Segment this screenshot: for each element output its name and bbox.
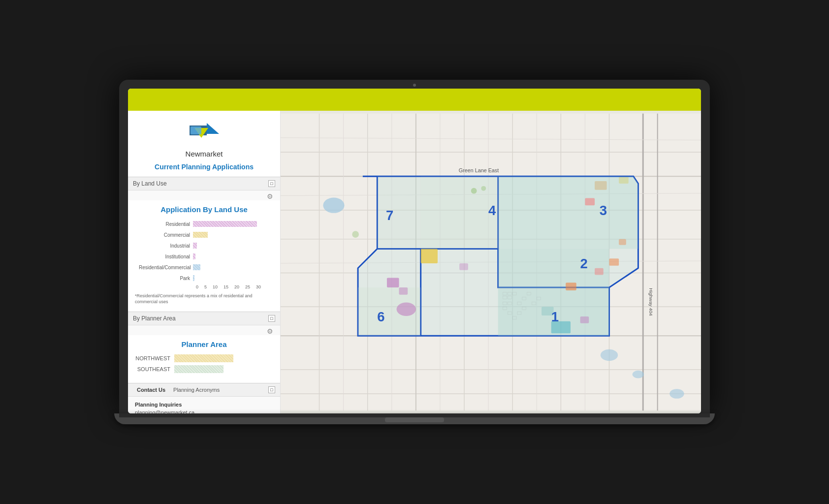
planner-header-title: By Planner Area <box>133 315 176 322</box>
left-panel: Newmarket Current Planning Applications … <box>128 111 281 413</box>
bottom-collapse-btn[interactable]: □ <box>268 386 275 393</box>
svg-point-34 <box>633 371 644 378</box>
app-title: Current Planning Applications <box>128 163 280 177</box>
svg-rect-46 <box>459 263 468 270</box>
chart-row-institutional: Institutional <box>139 252 269 261</box>
planner-bar-se <box>174 365 223 373</box>
chart-label-res-comm: Residential/Commercial <box>139 265 193 270</box>
tab-contact[interactable]: Contact Us <box>133 387 169 393</box>
svg-text:4: 4 <box>488 203 496 218</box>
bottom-tabs: Contact Us Planning Acronyms □ Planning … <box>128 383 280 413</box>
camera <box>413 84 416 87</box>
chart-bar-park <box>193 275 194 281</box>
svg-text:6: 6 <box>377 309 384 324</box>
svg-rect-38 <box>387 278 399 287</box>
trackpad <box>385 417 444 422</box>
tab-contact-content: Planning Inquiries planning@newmarket.ca <box>128 397 280 413</box>
chart-note: *Residential/Commercial represents a mix… <box>135 293 273 305</box>
planner-widget-body: Planner Area NORTHWEST SOUTHEAST <box>128 335 280 383</box>
chart-bar-industrial <box>193 243 197 249</box>
planner-label-nw: NORTHWEST <box>135 355 174 361</box>
contact-title: Planning Inquiries <box>135 402 273 408</box>
svg-point-61 <box>352 231 359 238</box>
chart-row-residential: Residential <box>139 220 269 228</box>
chart-row-commercial: Commercial <box>139 230 269 239</box>
svg-text:2: 2 <box>580 256 588 271</box>
chart-label-industrial: Industrial <box>139 243 193 249</box>
svg-rect-50 <box>595 268 604 275</box>
logo-section: Newmarket <box>128 111 280 163</box>
svg-rect-49 <box>585 198 595 205</box>
land-use-chart: Residential Commercial <box>135 220 273 289</box>
tab-buttons: Contact Us Planning Acronyms <box>133 387 223 393</box>
svg-text:Green Lane East: Green Lane East <box>459 167 499 173</box>
chart-bar-commercial <box>193 232 208 238</box>
planner-chart-title: Planner Area <box>135 340 273 348</box>
chart-label-residential: Residential <box>139 221 193 227</box>
chart-row-park: Park <box>139 274 269 283</box>
planner-settings-row: ⚙ <box>128 325 280 335</box>
planner-bar-nw <box>174 354 233 362</box>
planner-widget: By Planner Area □ ⚙ Planner Area NORTHWE… <box>128 312 280 383</box>
svg-marker-1 <box>207 123 219 134</box>
tab-header[interactable]: Contact Us Planning Acronyms □ <box>128 383 280 397</box>
app-body: Newmarket Current Planning Applications … <box>128 111 701 413</box>
svg-rect-3 <box>191 126 201 134</box>
svg-text:3: 3 <box>600 203 607 218</box>
planner-row-nw: NORTHWEST <box>135 354 273 362</box>
land-use-gear-icon[interactable]: ⚙ <box>267 192 273 200</box>
svg-rect-44 <box>619 239 626 245</box>
svg-text:7: 7 <box>386 208 393 223</box>
chart-axis: 0 5 10 15 20 25 30 <box>139 284 269 289</box>
chart-label-commercial: Commercial <box>139 232 193 238</box>
laptop-frame: Newmarket Current Planning Applications … <box>119 80 710 424</box>
svg-rect-45 <box>421 249 438 263</box>
chart-label-institutional: Institutional <box>139 254 193 259</box>
chart-bar-res-comm <box>193 264 200 270</box>
map-area[interactable]: 1 2 3 4 6 7 Green Lane East Highway 404 <box>281 111 701 413</box>
planner-row-se: SOUTHEAST <box>135 365 273 373</box>
newmarket-logo <box>185 121 224 148</box>
planner-widget-header[interactable]: By Planner Area □ <box>128 312 280 325</box>
planner-gear-icon[interactable]: ⚙ <box>267 327 273 335</box>
svg-point-32 <box>323 197 344 213</box>
laptop-hinge <box>119 413 710 417</box>
tab-acronyms[interactable]: Planning Acronyms <box>169 387 223 393</box>
chart-label-park: Park <box>139 276 193 281</box>
contact-email: planning@newmarket.ca <box>135 410 273 413</box>
logo-name: Newmarket <box>138 150 270 158</box>
top-bar <box>128 89 701 111</box>
laptop-bottom <box>119 413 710 424</box>
svg-point-40 <box>397 302 416 315</box>
land-use-widget-body: Application By Land Use Residential Com <box>128 200 280 312</box>
svg-point-33 <box>601 349 618 361</box>
land-use-widget-header[interactable]: By Land Use □ <box>128 177 280 190</box>
screen-bezel: Newmarket Current Planning Applications … <box>119 80 710 413</box>
planner-label-se: SOUTHEAST <box>135 366 174 372</box>
chart-bar-residential <box>193 221 257 227</box>
svg-rect-39 <box>399 287 408 295</box>
chart-row-industrial: Industrial <box>139 241 269 250</box>
svg-point-60 <box>481 186 486 191</box>
land-use-settings-row: ⚙ <box>128 190 280 200</box>
svg-rect-42 <box>580 316 589 323</box>
chart-bar-institutional <box>193 253 195 259</box>
svg-text:Highway 404: Highway 404 <box>648 288 654 316</box>
screen: Newmarket Current Planning Applications … <box>128 89 701 413</box>
svg-rect-43 <box>609 258 619 266</box>
svg-point-59 <box>471 188 477 194</box>
svg-rect-41 <box>566 283 576 290</box>
map-svg: 1 2 3 4 6 7 Green Lane East Highway 404 <box>281 111 701 413</box>
svg-point-35 <box>670 389 684 399</box>
land-use-collapse-btn[interactable]: □ <box>268 180 275 187</box>
land-use-widget: By Land Use □ ⚙ Application By Land Use … <box>128 177 280 312</box>
chart-row-res-comm: Residential/Commercial <box>139 263 269 272</box>
land-use-header-title: By Land Use <box>133 180 167 187</box>
planner-collapse-btn[interactable]: □ <box>268 315 275 322</box>
svg-text:1: 1 <box>551 309 559 324</box>
land-use-chart-title: Application By Land Use <box>135 205 273 214</box>
